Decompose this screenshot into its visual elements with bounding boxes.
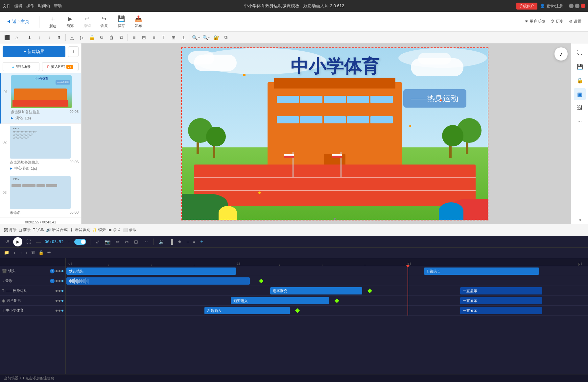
camera-icon[interactable]: 📷 bbox=[104, 239, 112, 245]
delete-tool[interactable]: 🗑 bbox=[107, 33, 116, 42]
duplicate-tool[interactable]: ⧉ bbox=[222, 33, 230, 42]
align-mid[interactable]: ⊞ bbox=[169, 33, 178, 42]
menu-edit[interactable]: 编辑 bbox=[14, 3, 22, 9]
vol-meter[interactable]: ▐ bbox=[168, 239, 174, 245]
download-tool[interactable]: ⬇ bbox=[25, 33, 34, 42]
scene-item-03[interactable]: 03 Part 2 未命 bbox=[0, 174, 81, 217]
preview-button[interactable]: ▶ 预览 bbox=[66, 15, 74, 28]
track-lock-rect[interactable] bbox=[59, 300, 60, 302]
fg-tool[interactable]: ◻前景 bbox=[19, 227, 31, 233]
fullscreen-play-button[interactable]: ⛶ bbox=[25, 239, 32, 245]
tl-lock[interactable]: 🔒 bbox=[37, 249, 45, 257]
diamond-title[interactable] bbox=[295, 308, 300, 313]
new-button[interactable]: ＋ 新建 bbox=[49, 15, 57, 29]
upgrade-button[interactable]: 升级账户 bbox=[516, 3, 537, 10]
music-float-button[interactable]: ♪ bbox=[554, 47, 568, 61]
zoom-out-tool[interactable]: 🔍- bbox=[202, 33, 210, 42]
align-left[interactable]: ≡ bbox=[130, 33, 138, 42]
clip-gradual[interactable]: 逐字渐变 bbox=[270, 287, 362, 294]
lock-icon[interactable]: 🔒 bbox=[574, 74, 586, 86]
help-badge-music[interactable]: ? bbox=[50, 279, 55, 283]
tl-down[interactable]: ↓ bbox=[24, 249, 29, 257]
tl-up[interactable]: ↑ bbox=[19, 249, 24, 257]
play-tool[interactable]: ▷ bbox=[78, 33, 86, 42]
track-vis-music[interactable] bbox=[56, 280, 58, 282]
track-vis-hotbody[interactable] bbox=[56, 290, 58, 292]
close-button[interactable] bbox=[581, 4, 585, 8]
image-icon[interactable]: 🖼 bbox=[574, 102, 586, 114]
menu-timeline[interactable]: 时间轴 bbox=[38, 3, 50, 9]
playhead[interactable] bbox=[408, 266, 408, 316]
stt-tool[interactable]: 🎙语音识别 bbox=[70, 227, 90, 233]
clip-left-enter[interactable]: 左边渐入 bbox=[204, 307, 290, 314]
history-link[interactable]: ⏱ 历史 bbox=[551, 19, 563, 24]
music-button[interactable]: ♪ bbox=[68, 46, 79, 57]
lock-tool[interactable]: 🔒 bbox=[87, 33, 96, 42]
clip-default-lens[interactable]: 默认镜头 bbox=[66, 267, 236, 275]
tl-eye[interactable]: 👁 bbox=[46, 249, 53, 257]
triangle-tool[interactable]: △ bbox=[68, 33, 76, 42]
clip-gradual-enter[interactable]: 渐变进入 bbox=[231, 297, 329, 304]
diamond-rect[interactable] bbox=[335, 298, 339, 303]
align-right[interactable]: ≡ bbox=[150, 33, 158, 42]
subtitle-tool[interactable]: T字幕 bbox=[33, 227, 44, 233]
feedback-link[interactable]: 👁 用户反馈 bbox=[525, 19, 545, 24]
canvas-expand-arrow[interactable]: ▼ bbox=[333, 216, 337, 221]
undo-button[interactable]: ↩ 撤销 bbox=[83, 15, 91, 28]
clip-always-show-2[interactable]: 一直显示 bbox=[460, 297, 542, 304]
top-tool[interactable]: ⬆ bbox=[55, 33, 63, 42]
minimize-button[interactable] bbox=[569, 4, 574, 8]
panel-icon[interactable]: ▣ bbox=[574, 88, 586, 100]
zoom-plus[interactable]: + bbox=[66, 239, 72, 244]
play-button[interactable]: ▶ bbox=[13, 237, 22, 246]
up-tool[interactable]: ↑ bbox=[35, 33, 44, 42]
edit-icon[interactable]: ✏ bbox=[114, 239, 121, 245]
fit-screen[interactable]: ⤢ bbox=[94, 239, 101, 245]
tl-file[interactable]: 📁 bbox=[3, 249, 11, 257]
menu-operate[interactable]: 操作 bbox=[26, 3, 34, 9]
rotate-tool[interactable]: ↻ bbox=[97, 33, 106, 42]
tts-tool[interactable]: 🔊语音合成 bbox=[46, 227, 68, 233]
help-badge-camera[interactable]: ? bbox=[50, 269, 55, 273]
save-image-icon[interactable]: 💾 bbox=[574, 61, 586, 72]
zoom-in-tool[interactable]: 🔍+ bbox=[192, 33, 200, 42]
track-lock-hotbody[interactable] bbox=[59, 290, 60, 292]
loop-button[interactable]: ↺ bbox=[4, 239, 11, 245]
mask-tool[interactable]: ⬜蒙版 bbox=[123, 227, 137, 233]
select-tool[interactable]: ⬛ bbox=[3, 33, 11, 42]
clip-lens-1[interactable]: 1 镜头 1 bbox=[424, 267, 539, 275]
bg-tool[interactable]: 🖼背景 bbox=[4, 227, 17, 233]
clip-always-show-1[interactable]: 一直显示 bbox=[460, 287, 542, 294]
align-center[interactable]: ⊟ bbox=[140, 33, 148, 42]
diamond-music[interactable] bbox=[259, 279, 264, 283]
track-vis-camera[interactable] bbox=[56, 270, 58, 272]
tl-add[interactable]: ＋ bbox=[11, 249, 18, 257]
more-tools[interactable]: ⋯ bbox=[580, 228, 584, 232]
scene-item-01[interactable]: 01 中小学体育 ——热身训话 点击添加备注信息 00:03 bbox=[0, 73, 81, 124]
maximize-button[interactable] bbox=[575, 4, 579, 8]
effects-tool[interactable]: ✨特效 bbox=[92, 227, 106, 233]
transition-play-icon[interactable]: ▶ bbox=[11, 116, 13, 120]
split-icon[interactable]: ✂ bbox=[124, 239, 130, 245]
back-home[interactable]: ◀ 返回主页 bbox=[7, 19, 29, 25]
save-button[interactable]: 💾 保存 bbox=[118, 15, 125, 28]
track-extra-hotbody[interactable] bbox=[61, 290, 63, 292]
insert-ppt-button[interactable]: P 插入PPT VIP bbox=[42, 62, 79, 71]
filter-icon[interactable]: ⊟ bbox=[133, 239, 139, 245]
more-icon[interactable]: ··· bbox=[574, 116, 586, 128]
track-lock-music[interactable] bbox=[59, 280, 60, 282]
vol-down[interactable]: 🔉 bbox=[157, 239, 166, 245]
copy-tool[interactable]: ⧉ bbox=[117, 33, 126, 42]
menu-help[interactable]: 帮助 bbox=[54, 3, 62, 9]
track-extra-rect[interactable] bbox=[61, 300, 63, 302]
redo-button[interactable]: ↪ 恢复 bbox=[101, 15, 108, 28]
track-extra-music[interactable] bbox=[61, 280, 63, 282]
login-button[interactable]: 👤 登录/注册 bbox=[540, 3, 563, 9]
track-extra-title[interactable] bbox=[61, 310, 63, 312]
new-scene-button[interactable]: + 新建场景 bbox=[3, 46, 65, 57]
fullscreen-icon[interactable]: ⛶ bbox=[574, 47, 586, 59]
track-lock-title[interactable] bbox=[59, 310, 60, 312]
panel-collapse[interactable]: ◀ bbox=[578, 218, 581, 221]
minus2[interactable]: − bbox=[185, 239, 190, 245]
more-pb[interactable]: ⋯ bbox=[142, 239, 149, 245]
